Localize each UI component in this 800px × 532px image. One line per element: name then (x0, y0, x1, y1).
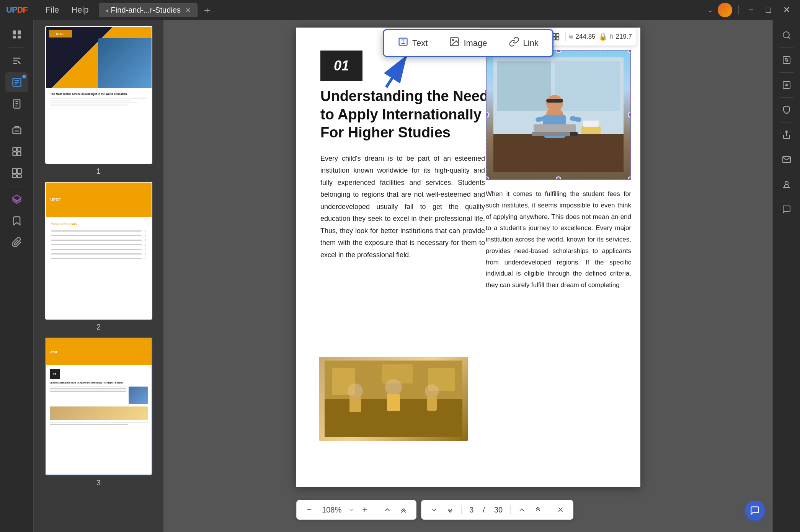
last-page-button[interactable] (444, 503, 457, 516)
thumb-frame-2: UPDF Table of Contents 1 2 3 4 5 6 7 (45, 182, 152, 320)
right-divider-6 (780, 172, 793, 172)
chat-button[interactable] (745, 501, 765, 521)
right-column-text: When it comes to fulfilling the student … (486, 188, 631, 291)
minimize-button[interactable]: − (745, 3, 758, 16)
thumbnail-1[interactable]: UPDF The Most Global Advice on Making it… (38, 26, 159, 176)
handle-mid-right[interactable] (628, 112, 631, 117)
zoom-fit-all-button[interactable] (397, 503, 410, 516)
right-divider-1 (780, 47, 793, 48)
image-tool-button[interactable]: Image (444, 34, 491, 52)
svg-rect-1 (18, 31, 21, 35)
right-protect-button[interactable] (777, 101, 797, 119)
text-tool-icon (398, 36, 408, 50)
article-heading: Understanding the Need to Apply Internat… (320, 87, 489, 142)
zoom-in-button[interactable]: + (358, 503, 371, 516)
page-sep-3 (549, 505, 549, 514)
close-button[interactable]: ✕ (779, 3, 794, 16)
thumb3-content: 01 Understanding the Need to Apply Inter… (46, 365, 152, 429)
right-redact-button[interactable] (777, 76, 797, 94)
thumbnail-2[interactable]: UPDF Table of Contents 1 2 3 4 5 6 7 2 (38, 182, 159, 331)
pdf-content: 01 Understanding the Need to Apply Inter… (296, 28, 640, 487)
maximize-button[interactable]: □ (762, 3, 775, 16)
thumb-frame-1: UPDF The Most Global Advice on Making it… (45, 26, 152, 164)
page-current: 3 (466, 506, 477, 514)
svg-rect-47 (427, 396, 437, 411)
svg-rect-11 (12, 168, 16, 173)
thumb1-header: UPDF (46, 27, 152, 88)
image-tool-icon (449, 36, 460, 50)
svg-point-18 (452, 39, 454, 41)
thumbnail-3[interactable]: UPDF 01 Understanding the Need to Apply … (38, 338, 159, 487)
user-avatar[interactable] (718, 3, 732, 17)
bottom-image (319, 357, 468, 441)
next-page-button[interactable] (428, 503, 441, 516)
sidebar-divider-3 (9, 186, 24, 186)
main-layout: UPDF The Most Global Advice on Making it… (0, 20, 800, 532)
sidebar-icon-thumbnail[interactable] (5, 24, 28, 44)
thumbnail-panel: UPDF The Most Global Advice on Making it… (34, 20, 164, 532)
svg-rect-36 (534, 124, 576, 132)
zoom-value: 108% (319, 506, 344, 514)
sidebar-icon-comment[interactable] (5, 51, 28, 71)
handle-bottom-right[interactable] (628, 176, 631, 180)
sidebar-icon-organize[interactable] (5, 142, 28, 162)
width-dimension: w 244.85 (569, 33, 596, 41)
title-sep (34, 5, 34, 15)
tab-arrow-icon: ◂ (105, 7, 108, 13)
svg-rect-24 (556, 37, 559, 40)
pagination-close-button[interactable]: ✕ (554, 503, 567, 516)
selected-image (486, 50, 631, 180)
right-sign-button[interactable] (777, 150, 797, 169)
zoom-chevron-icon (348, 506, 355, 514)
right-stamp-button[interactable] (777, 175, 797, 194)
tab-label: Find-and-...r-Studies (111, 6, 181, 15)
right-sidebar (772, 20, 800, 532)
svg-rect-28 (493, 134, 624, 172)
prev-page-button[interactable] (515, 503, 528, 516)
chevron-down-icon[interactable]: ⌄ (707, 6, 713, 14)
page-sep-text: / (480, 506, 488, 514)
new-tab-button[interactable]: ＋ (199, 2, 215, 18)
content-area: Text Image Link (164, 20, 772, 532)
thumb3-badge: 01 (50, 369, 60, 379)
zoom-out-button[interactable]: − (303, 503, 316, 516)
sidebar-icon-convert[interactable] (5, 163, 28, 183)
tab-close-icon[interactable]: ✕ (185, 6, 191, 15)
sidebar-icon-edit[interactable] (5, 72, 28, 92)
thumb-number-2: 2 (96, 323, 101, 331)
page-sep-2 (510, 505, 511, 514)
svg-line-20 (386, 55, 407, 87)
svg-rect-12 (17, 168, 21, 173)
svg-rect-49 (382, 364, 413, 383)
sidebar-icon-bookmark[interactable] (5, 211, 28, 231)
pdf-page: 01 Understanding the Need to Apply Inter… (164, 20, 772, 532)
text-tool-button[interactable]: Text (393, 34, 432, 52)
svg-rect-38 (583, 121, 599, 127)
menu-help[interactable]: Help (66, 3, 94, 17)
right-share-button[interactable] (777, 126, 797, 144)
first-page-button[interactable] (531, 503, 544, 516)
svg-rect-7 (13, 148, 16, 151)
right-chat-button[interactable] (777, 200, 797, 219)
thumb1-content: The Most Global Advice on Making it in t… (46, 88, 152, 110)
menu-file[interactable]: File (40, 3, 64, 17)
page-sep-1 (461, 505, 462, 514)
tab-bar: ◂ Find-and-...r-Studies ✕ ＋ (99, 2, 703, 18)
handle-bottom-mid[interactable] (556, 176, 561, 180)
zoom-fit-button[interactable] (381, 503, 394, 516)
page-panel: 3 / 30 ✕ (421, 500, 573, 520)
image-container[interactable]: w 244.85 🔒 h 219.7 (486, 50, 631, 180)
right-divider-4 (780, 122, 793, 122)
right-search-button[interactable] (777, 26, 797, 44)
tab-active[interactable]: ◂ Find-and-...r-Studies ✕ (99, 3, 198, 17)
link-tool-button[interactable]: Link (504, 34, 543, 52)
sidebar-icon-attach[interactable] (5, 232, 28, 252)
sidebar-icon-layers[interactable] (5, 189, 28, 209)
image-tool-label: Image (464, 38, 487, 48)
svg-rect-27 (555, 61, 620, 111)
right-ocr-button[interactable] (777, 51, 797, 69)
sidebar-icon-pages[interactable] (5, 94, 28, 114)
zoom-panel: − 108% + (296, 500, 416, 520)
thumb1-logo: UPDF (49, 30, 72, 38)
sidebar-icon-scan[interactable] (5, 120, 28, 140)
